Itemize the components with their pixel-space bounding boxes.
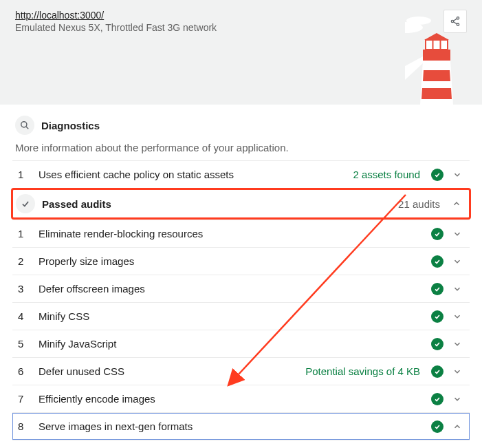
report-conditions: Emulated Nexus 5X, Throttled Fast 3G net… [15,22,470,33]
row-label: Serve images in next-gen formats [39,420,424,432]
row-label: Minify JavaScript [39,338,424,350]
row-index: 7 [15,393,32,405]
row-label: Properly size images [39,255,424,267]
diagnostic-row[interactable]: 1 Uses efficient cache policy on static … [12,160,470,188]
row-label: Minify CSS [39,310,424,322]
row-label: Uses efficient cache policy on static as… [39,169,346,180]
audit-row[interactable]: 1Eliminate render-blocking resources [12,220,470,247]
row-index: 1 [15,228,32,239]
chevron-down-icon[interactable] [450,312,464,321]
svg-marker-14 [424,33,449,40]
audit-detail: Image formats like JPEG 2000, JPEG XR, a… [12,440,470,448]
audit-row[interactable]: 6Defer unused CSSPotential savings of 4 … [12,357,470,385]
row-index: 8 [15,420,32,432]
svg-marker-9 [423,70,450,81]
row-index: 2 [15,255,32,267]
row-label: Efficiently encode images [39,393,424,405]
chevron-down-icon[interactable] [450,284,464,294]
chevron-down-icon[interactable] [450,394,464,404]
row-label: Eliminate render-blocking resources [39,228,424,239]
chevron-down-icon[interactable] [450,170,464,180]
check-icon [431,393,443,405]
report-header: http://localhost:3000/ Emulated Nexus 5X… [0,0,482,105]
report-url[interactable]: http://localhost:3000/ [15,10,470,21]
check-icon [431,338,443,350]
check-icon [431,255,443,268]
row-index: 1 [15,169,32,180]
report-body: Diagnostics More information about the p… [0,105,482,448]
chevron-down-icon[interactable] [450,339,464,349]
chevron-up-icon[interactable] [450,199,463,209]
check-icon [431,228,443,240]
row-extra: Potential savings of 4 KB [305,365,420,377]
row-index: 6 [15,365,32,377]
svg-marker-8 [421,88,452,99]
row-label: Defer unused CSS [39,365,298,377]
svg-line-17 [26,127,29,129]
row-index: 4 [15,310,32,322]
audit-row[interactable]: 2Properly size images [12,247,470,275]
diagnostics-icon-wrap [15,116,34,135]
chevron-down-icon[interactable] [450,229,464,239]
chevron-down-icon[interactable] [450,367,464,376]
check-icon [431,310,443,323]
passed-icon-wrap [16,194,35,213]
chevron-down-icon[interactable] [450,257,464,266]
svg-point-16 [21,122,27,127]
passed-audits-header[interactable]: Passed audits 21 audits [11,188,471,220]
diagnostics-title: Diagnostics [41,120,100,131]
check-icon [431,420,443,433]
check-icon [431,169,443,181]
audit-row[interactable]: 4Minify CSS [12,302,470,330]
svg-marker-15 [405,56,423,80]
passed-audits-title: Passed audits [42,198,391,210]
audit-row[interactable]: 7Efficiently encode images [12,385,470,412]
diagnostics-section-header: Diagnostics [12,113,470,139]
check-icon [21,199,30,209]
lighthouse-illustration [405,17,467,105]
passed-audits-count: 21 audits [398,198,440,210]
chevron-up-icon[interactable] [450,422,464,431]
audit-row[interactable]: 8Serve images in next-gen formats [12,412,470,440]
check-icon [431,365,443,378]
audit-row[interactable]: 5Minify JavaScript [12,330,470,357]
audit-row[interactable]: 3Defer offscreen images [12,275,470,302]
row-label: Defer offscreen images [39,283,424,295]
check-icon [431,283,443,295]
row-index: 5 [15,338,32,350]
svg-rect-10 [423,50,450,61]
row-index: 3 [15,283,32,295]
diagnostics-description: More information about the performance o… [12,139,470,160]
passed-audits-list: 1Eliminate render-blocking resources2Pro… [12,220,470,440]
svg-rect-11 [426,40,448,50]
row-extra: 2 assets found [353,169,420,180]
search-icon [20,120,30,130]
